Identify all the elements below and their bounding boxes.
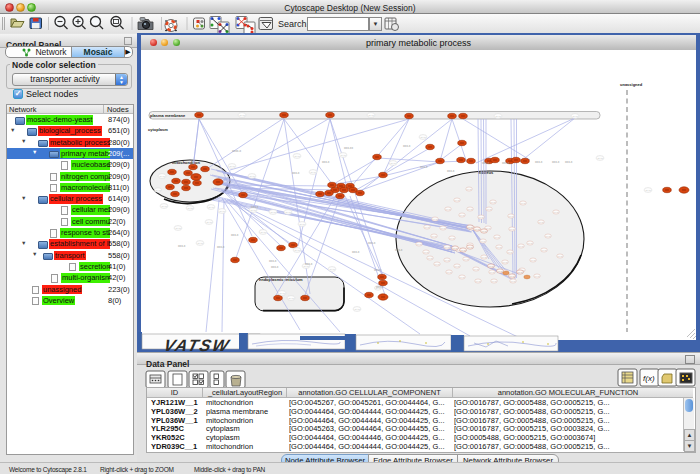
- svg-text:xx xx: xx xx: [329, 268, 335, 271]
- svg-text:xx xx: xx xx: [475, 228, 481, 230]
- svg-text:xx xx: xx xx: [294, 249, 300, 252]
- svg-text:xx xx: xx xx: [482, 230, 488, 232]
- svg-text:xx xx: xx xx: [249, 175, 255, 178]
- svg-text:xx xx: xx xx: [187, 207, 193, 210]
- svg-text:xx xx: xx xx: [197, 242, 203, 245]
- svg-text:xx xx: xx xx: [229, 165, 235, 168]
- svg-text:xx xx: xx xx: [340, 154, 346, 157]
- svg-text:xxx-x: xxx-x: [292, 171, 300, 175]
- svg-text:xx xx: xx xx: [260, 231, 266, 234]
- svg-text:xxx-x: xxx-x: [231, 233, 239, 237]
- svg-text:xx xx: xx xx: [159, 175, 165, 178]
- svg-text:xx xx: xx xx: [219, 210, 225, 213]
- svg-text:xxxx-x: xxxx-x: [232, 149, 241, 153]
- svg-text:xx xx: xx xx: [288, 297, 294, 300]
- svg-text:unassigned: unassigned: [620, 82, 643, 87]
- svg-text:xx xx: xx xx: [368, 114, 374, 117]
- svg-text:xxx-x: xxx-x: [552, 160, 560, 164]
- svg-text:xxx-x: xxx-x: [395, 248, 403, 252]
- svg-text:xx xx: xx xx: [279, 292, 285, 295]
- svg-text:xxx-x: xxx-x: [374, 268, 382, 272]
- svg-text:xx xx: xx xx: [310, 171, 316, 174]
- svg-text:xx xx: xx xx: [645, 189, 651, 192]
- svg-text:xxx-x: xxx-x: [305, 262, 313, 266]
- svg-text:xxx-x: xxx-x: [271, 265, 279, 269]
- svg-text:xx xx: xx xx: [294, 155, 300, 158]
- svg-text:xx xx: xx xx: [239, 114, 245, 117]
- svg-text:xxx-x: xxx-x: [269, 259, 277, 263]
- svg-text:xx xx: xx xx: [354, 308, 360, 311]
- svg-text:VATSW: VATSW: [162, 336, 232, 352]
- svg-text:xxx-x: xxx-x: [217, 245, 225, 249]
- svg-text:xx xx: xx xx: [572, 115, 578, 118]
- svg-text:xxx-xx: xxx-xx: [344, 146, 353, 150]
- svg-text:xx xx: xx xx: [489, 265, 495, 267]
- svg-text:xxx-x: xxx-x: [322, 160, 330, 164]
- svg-text:xxx-x: xxx-x: [178, 244, 186, 248]
- svg-text:cytoplasm: cytoplasm: [148, 127, 168, 132]
- svg-text:xx xx: xx xx: [597, 157, 603, 160]
- svg-text:xx xx: xx xx: [468, 246, 474, 248]
- svg-text:xxx-x: xxx-x: [502, 161, 510, 165]
- svg-text:xxx-x: xxx-x: [565, 160, 573, 164]
- svg-text:xx xx: xx xx: [453, 247, 459, 249]
- svg-text:xx xx: xx xx: [498, 270, 504, 272]
- svg-text:f(x): f(x): [643, 374, 655, 383]
- svg-text:xx xx: xx xx: [175, 227, 181, 230]
- svg-text:xx xx: xx xx: [206, 221, 212, 224]
- svg-text:mitochondrion: mitochondrion: [172, 160, 201, 165]
- svg-text:plasma membrane: plasma membrane: [150, 113, 186, 118]
- svg-text:xx xx: xx xx: [285, 211, 291, 214]
- svg-text:xx xx: xx xx: [299, 223, 305, 226]
- svg-text:xxx-x: xxx-x: [251, 205, 259, 209]
- svg-text:xxx-x: xxx-x: [447, 169, 455, 173]
- svg-text:xx xx: xx xx: [155, 189, 161, 192]
- svg-text:xxx-x: xxx-x: [420, 165, 428, 169]
- svg-text:xxx-x: xxx-x: [535, 160, 543, 164]
- svg-text:xxx-x: xxx-x: [352, 250, 360, 254]
- svg-text:xxx-x: xxx-x: [403, 144, 411, 148]
- svg-text:xx xx: xx xx: [208, 206, 214, 209]
- svg-text:xx xx: xx xx: [420, 136, 426, 139]
- svg-text:xx xx: xx xx: [250, 209, 256, 212]
- svg-text:xxx-x: xxx-x: [376, 285, 384, 289]
- svg-text:xx xx: xx xx: [461, 249, 467, 251]
- svg-text:xx xx: xx xx: [510, 275, 516, 277]
- svg-text:xx xx: xx xx: [518, 271, 524, 273]
- svg-text:xx xx: xx xx: [161, 205, 167, 208]
- svg-text:xx xx: xx xx: [270, 211, 276, 214]
- svg-text:xx xx: xx xx: [495, 115, 501, 118]
- svg-text:xxx-x: xxx-x: [482, 161, 490, 165]
- svg-text:xxx-x: xxx-x: [368, 241, 376, 245]
- svg-text:xx xx: xx xx: [390, 162, 396, 165]
- svg-text:xx xx: xx xx: [468, 226, 474, 228]
